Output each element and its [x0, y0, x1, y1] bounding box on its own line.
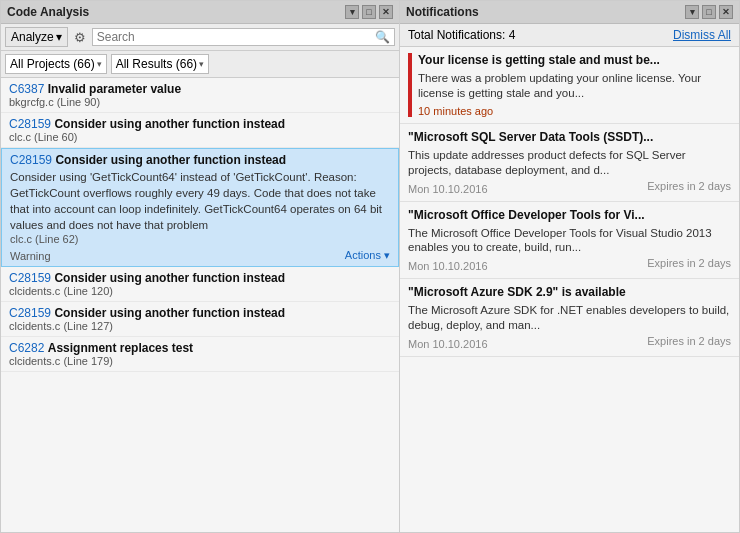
notification-item[interactable]: Your license is getting stale and must b…: [400, 47, 739, 124]
result-file: clc.c (Line 62): [10, 233, 390, 245]
result-code-id: C28159: [9, 306, 51, 320]
result-message: Consider using another function instead: [55, 153, 286, 167]
result-message: Consider using another function instead: [54, 117, 285, 131]
result-header: C28159 Consider using another function i…: [9, 306, 391, 320]
result-message: Invalid parameter value: [48, 82, 181, 96]
notif-header-controls: ▾ □ ✕: [685, 5, 733, 19]
result-item[interactable]: C6387 Invalid parameter value bkgrcfg.c …: [1, 78, 399, 113]
notification-item[interactable]: "Microsoft Office Developer Tools for Vi…: [400, 202, 739, 279]
results-filter-arrow: ▾: [199, 59, 204, 69]
close-button[interactable]: ✕: [379, 5, 393, 19]
results-filter-label: All Results (66): [116, 57, 197, 71]
result-description: Consider using 'GetTickCount64' instead …: [10, 169, 390, 233]
code-analysis-title: Code Analysis: [7, 5, 89, 19]
total-notifications: Total Notifications: 4: [408, 28, 515, 42]
analyze-label: Analyze: [11, 30, 54, 44]
notifications-subheader: Total Notifications: 4 Dismiss All: [400, 24, 739, 47]
dismiss-all-button[interactable]: Dismiss All: [673, 28, 731, 42]
notification-title: "Microsoft SQL Server Data Tools (SSDT).…: [408, 130, 731, 146]
notification-body: The Microsoft Azure SDK for .NET enables…: [408, 303, 731, 333]
notification-title: Your license is getting stale and must b…: [418, 53, 731, 69]
notification-time: 10 minutes ago: [418, 105, 493, 117]
notification-body: This update addresses product defects fo…: [408, 148, 731, 178]
actions-button[interactable]: Actions ▾: [345, 249, 390, 262]
analyze-button[interactable]: Analyze ▾: [5, 27, 68, 47]
code-analysis-toolbar: Analyze ▾ ⚙ 🔍: [1, 24, 399, 51]
code-analysis-header: Code Analysis ▾ □ ✕: [1, 1, 399, 24]
result-code-id: C6282: [9, 341, 44, 355]
result-file: clcidents.c (Line 127): [9, 320, 391, 332]
result-file: bkgrcfg.c (Line 90): [9, 96, 391, 108]
notification-body: There was a problem updating your online…: [418, 71, 731, 101]
result-item[interactable]: C6282 Assignment replaces test clcidents…: [1, 337, 399, 372]
result-item[interactable]: C28159 Consider using another function i…: [1, 148, 399, 267]
notification-body: The Microsoft Office Developer Tools for…: [408, 226, 731, 256]
projects-filter-arrow: ▾: [97, 59, 102, 69]
projects-filter-label: All Projects (66): [10, 57, 95, 71]
notifications-list: Your license is getting stale and must b…: [400, 47, 739, 532]
notifications-title: Notifications: [406, 5, 479, 19]
warning-label: Warning: [10, 250, 51, 262]
notification-time: Mon 10.10.2016: [408, 338, 488, 350]
notification-meta-row: Mon 10.10.2016 Expires in 2 days: [408, 257, 731, 272]
projects-filter[interactable]: All Projects (66) ▾: [5, 54, 107, 74]
settings-icon[interactable]: ⚙: [72, 29, 88, 45]
notification-expires: Expires in 2 days: [647, 335, 731, 350]
notification-content: Your license is getting stale and must b…: [418, 53, 731, 117]
notif-minimize-button[interactable]: ▾: [685, 5, 699, 19]
filters-row: All Projects (66) ▾ All Results (66) ▾: [1, 51, 399, 78]
result-header: C28159 Consider using another function i…: [10, 153, 390, 167]
notification-expires: Expires in 2 days: [647, 180, 731, 195]
result-message: Consider using another function instead: [54, 306, 285, 320]
result-item[interactable]: C28159 Consider using another function i…: [1, 113, 399, 148]
notification-content: "Microsoft Azure SDK 2.9" is available T…: [408, 285, 731, 349]
result-code-id: C28159: [10, 153, 52, 167]
header-left: Code Analysis: [7, 5, 89, 19]
result-item[interactable]: C28159 Consider using another function i…: [1, 267, 399, 302]
result-header: C6282 Assignment replaces test: [9, 341, 391, 355]
urgency-indicator: [408, 53, 412, 117]
header-controls: ▾ □ ✕: [345, 5, 393, 19]
result-item[interactable]: C28159 Consider using another function i…: [1, 302, 399, 337]
notif-close-button[interactable]: ✕: [719, 5, 733, 19]
notification-meta-row: Mon 10.10.2016 Expires in 2 days: [408, 335, 731, 350]
notification-title: "Microsoft Azure SDK 2.9" is available: [408, 285, 731, 301]
notification-title: "Microsoft Office Developer Tools for Vi…: [408, 208, 731, 224]
result-code-id: C6387: [9, 82, 44, 96]
notifications-header: Notifications ▾ □ ✕: [400, 1, 739, 24]
notification-meta-row: Mon 10.10.2016 Expires in 2 days: [408, 180, 731, 195]
result-footer: Warning Actions ▾: [10, 249, 390, 262]
result-code-id: C28159: [9, 117, 51, 131]
notification-content: "Microsoft Office Developer Tools for Vi…: [408, 208, 731, 272]
minimize-button[interactable]: ▾: [345, 5, 359, 19]
analyze-arrow-icon: ▾: [56, 30, 62, 44]
result-file: clcidents.c (Line 120): [9, 285, 391, 297]
notification-expires: Expires in 2 days: [647, 257, 731, 272]
notification-item[interactable]: "Microsoft SQL Server Data Tools (SSDT).…: [400, 124, 739, 201]
notification-time: Mon 10.10.2016: [408, 260, 488, 272]
search-icon: 🔍: [375, 30, 390, 44]
search-input[interactable]: [97, 30, 375, 44]
result-file: clc.c (Line 60): [9, 131, 391, 143]
notif-maximize-button[interactable]: □: [702, 5, 716, 19]
result-code-id: C28159: [9, 271, 51, 285]
results-list: C6387 Invalid parameter value bkgrcfg.c …: [1, 78, 399, 532]
result-header: C28159 Consider using another function i…: [9, 117, 391, 131]
notification-meta-row: 10 minutes ago: [418, 102, 731, 117]
result-message: Assignment replaces test: [48, 341, 193, 355]
notification-item[interactable]: "Microsoft Azure SDK 2.9" is available T…: [400, 279, 739, 356]
result-file: clcidents.c (Line 179): [9, 355, 391, 367]
result-message: Consider using another function instead: [54, 271, 285, 285]
notification-time: Mon 10.10.2016: [408, 183, 488, 195]
maximize-button[interactable]: □: [362, 5, 376, 19]
code-analysis-panel: Code Analysis ▾ □ ✕ Analyze ▾ ⚙ 🔍 All Pr…: [0, 0, 400, 533]
result-header: C6387 Invalid parameter value: [9, 82, 391, 96]
notifications-panel: Notifications ▾ □ ✕ Total Notifications:…: [400, 0, 740, 533]
result-header: C28159 Consider using another function i…: [9, 271, 391, 285]
results-filter[interactable]: All Results (66) ▾: [111, 54, 209, 74]
notification-content: "Microsoft SQL Server Data Tools (SSDT).…: [408, 130, 731, 194]
search-box: 🔍: [92, 28, 395, 46]
